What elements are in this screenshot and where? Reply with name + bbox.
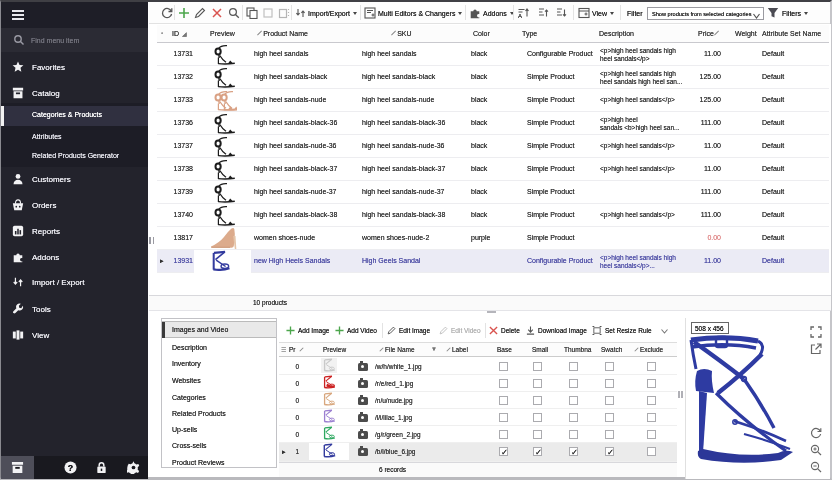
svg-text:A: A	[518, 13, 522, 19]
svg-text:?: ?	[68, 463, 73, 473]
